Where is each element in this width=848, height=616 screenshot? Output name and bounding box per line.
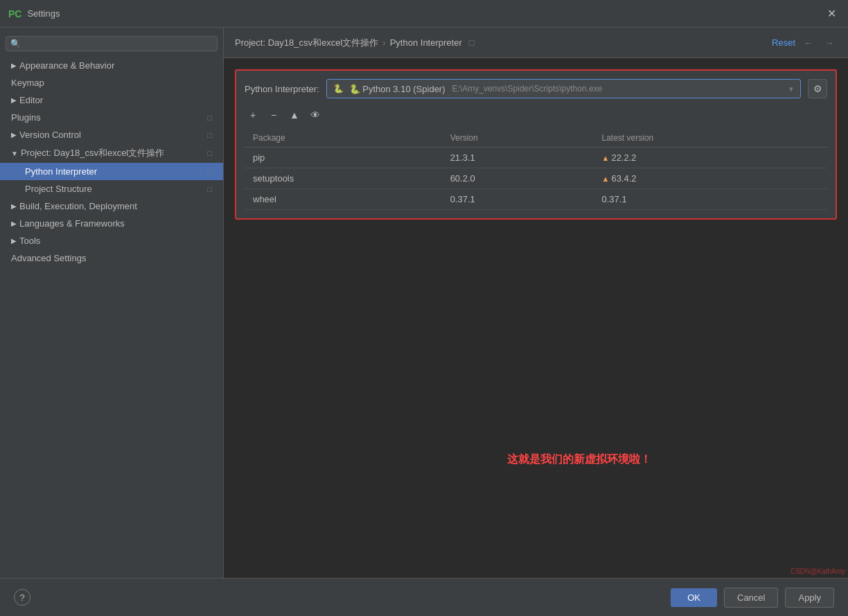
chevron-down-icon: ▼ [788, 85, 795, 93]
interpreter-name: 🐍 Python 3.10 (Spider) [349, 84, 445, 94]
sidebar: 🔍 ▶ Appearance & Behavior Keymap ▶ Edito… [0, 28, 224, 578]
col-latest-version: Latest version [594, 129, 827, 148]
package-version: 0.37.1 [442, 189, 594, 210]
sidebar-item-label: Editor [19, 95, 43, 105]
chevron-right-icon: ▶ [11, 237, 17, 245]
main-container: 🔍 ▶ Appearance & Behavior Keymap ▶ Edito… [0, 28, 848, 578]
breadcrumb-project[interactable]: Project: Day18_csv和excel文件操作 [235, 37, 378, 49]
gear-button[interactable]: ⚙ [808, 79, 827, 98]
content-area: Project: Day18_csv和excel文件操作 › Python In… [224, 28, 848, 578]
package-version: 60.2.0 [442, 168, 594, 189]
sidebar-item-label: Plugins [11, 112, 41, 123]
sidebar-item-label: Project Structure [25, 184, 92, 194]
table-row: setuptools60.2.0▲63.4.2 [245, 168, 827, 189]
sidebar-item-plugins[interactable]: Plugins □ [0, 109, 223, 126]
sidebar-item-project[interactable]: ▼ Project: Day18_csv和excel文件操作 □ [0, 143, 223, 163]
python-icon: 🐍 [333, 82, 345, 95]
watermark: CSDN@KathAmy [790, 567, 845, 575]
sidebar-item-label: Languages & Frameworks [19, 218, 125, 229]
nav-forward-button[interactable]: → [822, 36, 837, 50]
package-name: pip [245, 148, 442, 168]
bottom-bar: ? OK Cancel Apply [0, 578, 848, 616]
table-header-row: Package Version Latest version [245, 129, 827, 148]
chevron-right-icon: ▶ [11, 131, 17, 139]
interpreter-row: Python Interpreter: 🐍 🐍 Python 3.10 (Spi… [245, 79, 827, 98]
search-icon: 🔍 [10, 39, 21, 49]
pin-icon: □ [207, 168, 212, 176]
chevron-down-icon: ▼ [11, 150, 18, 157]
chevron-right-icon: ▶ [11, 96, 17, 104]
nav-back-button[interactable]: ← [801, 36, 816, 50]
close-button[interactable]: ✕ [823, 6, 840, 22]
breadcrumb-pin: □ [469, 37, 475, 48]
annotation-text: 这就是我们的新虚拟环境啦！ [507, 452, 651, 467]
chevron-right-icon: ▶ [11, 62, 17, 69]
app-icon: PC [8, 8, 21, 19]
header-right: Reset ← → [772, 36, 837, 50]
remove-package-button[interactable]: − [265, 107, 282, 123]
sidebar-item-tools[interactable]: ▶ Tools [0, 232, 223, 249]
bottom-right: OK Cancel Apply [671, 588, 834, 608]
pin-icon: □ [207, 149, 212, 157]
ok-button[interactable]: OK [671, 588, 717, 607]
breadcrumb-current: Python Interpreter [390, 37, 462, 48]
upgrade-arrow-icon: ▲ [602, 175, 610, 183]
search-box[interactable]: 🔍 [6, 36, 218, 51]
upgrade-package-button[interactable]: ▲ [286, 107, 303, 123]
breadcrumb: Project: Day18_csv和excel文件操作 › Python In… [235, 37, 475, 49]
reset-button[interactable]: Reset [772, 37, 795, 48]
chevron-right-icon: ▶ [11, 220, 17, 227]
sidebar-item-label: Appearance & Behavior [19, 60, 114, 71]
sidebar-item-languages[interactable]: ▶ Languages & Frameworks [0, 215, 223, 232]
sidebar-item-project-structure[interactable]: Project Structure □ [0, 180, 223, 197]
sidebar-item-appearance[interactable]: ▶ Appearance & Behavior [0, 57, 223, 74]
interpreter-select[interactable]: 🐍 🐍 Python 3.10 (Spider) E:\Amy_venvs\Sp… [326, 79, 801, 98]
interpreter-label: Python Interpreter: [245, 84, 319, 94]
sidebar-item-label: Tools [19, 236, 40, 246]
sidebar-item-label: Version Control [19, 130, 81, 140]
package-name: setuptools [245, 168, 442, 189]
apply-button[interactable]: Apply [785, 588, 834, 608]
search-input[interactable] [24, 39, 213, 49]
sidebar-item-label: Advanced Settings [11, 253, 86, 263]
sidebar-item-advanced[interactable]: Advanced Settings [0, 249, 223, 267]
sidebar-item-label: Build, Execution, Deployment [19, 201, 137, 211]
help-button[interactable]: ? [14, 589, 30, 606]
sidebar-item-label: Project: Day18_csv和excel文件操作 [21, 147, 164, 159]
package-latest-version: 0.37.1 [594, 189, 827, 210]
sidebar-item-python-interpreter[interactable]: Python Interpreter □ [0, 163, 223, 180]
interpreter-select-left: 🐍 🐍 Python 3.10 (Spider) E:\Amy_venvs\Sp… [333, 82, 603, 95]
interpreter-panel: Python Interpreter: 🐍 🐍 Python 3.10 (Spi… [235, 69, 837, 220]
package-latest-version: ▲63.4.2 [594, 168, 827, 189]
window-title: Settings [27, 8, 60, 19]
interpreter-path: E:\Amy_venvs\Spider\Scripts\python.exe [452, 84, 603, 94]
sidebar-item-build[interactable]: ▶ Build, Execution, Deployment [0, 197, 223, 215]
pin-icon: □ [207, 131, 212, 139]
show-options-button[interactable]: 👁 [307, 107, 324, 123]
add-package-button[interactable]: + [245, 107, 261, 123]
title-bar: PC Settings ✕ [0, 0, 848, 28]
pin-icon: □ [207, 185, 212, 193]
sidebar-item-version-control[interactable]: ▶ Version Control □ [0, 126, 223, 143]
col-version: Version [442, 129, 594, 148]
breadcrumb-separator: › [382, 37, 385, 48]
sidebar-item-label: Keymap [11, 78, 44, 88]
sidebar-item-editor[interactable]: ▶ Editor [0, 91, 223, 109]
title-bar-left: PC Settings [8, 8, 60, 19]
package-name: wheel [245, 189, 442, 210]
table-row: wheel0.37.10.37.1 [245, 189, 827, 210]
package-toolbar: + − ▲ 👁 [245, 107, 827, 123]
cancel-button[interactable]: Cancel [724, 588, 778, 608]
pin-icon: □ [207, 114, 212, 122]
col-package: Package [245, 129, 442, 148]
chevron-right-icon: ▶ [11, 202, 17, 210]
sidebar-item-keymap[interactable]: Keymap [0, 74, 223, 91]
table-row: pip21.3.1▲22.2.2 [245, 148, 827, 168]
content-header: Project: Day18_csv和excel文件操作 › Python In… [224, 28, 848, 58]
content-inner: Python Interpreter: 🐍 🐍 Python 3.10 (Spi… [224, 58, 848, 578]
package-latest-version: ▲22.2.2 [594, 148, 827, 168]
sidebar-item-label: Python Interpreter [25, 166, 97, 177]
upgrade-arrow-icon: ▲ [602, 154, 610, 162]
package-version: 21.3.1 [442, 148, 594, 168]
package-table: Package Version Latest version pip21.3.1… [245, 129, 827, 210]
